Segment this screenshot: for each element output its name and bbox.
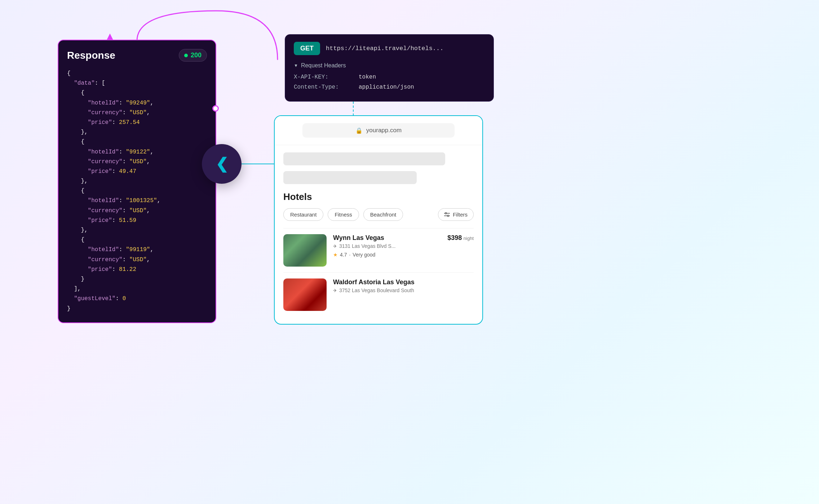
header-row-api-key: X-API-KEY: token <box>294 74 485 80</box>
api-url: https://liteapi.travel/hotels... <box>326 45 443 52</box>
response-card: Response 200 { "data": [ { "hotelId": "9… <box>58 40 216 323</box>
browser-address-bar: 🔒 yourapp.com <box>275 116 482 145</box>
logo-chevron-icon: ❮ <box>216 156 228 171</box>
header-row-content-type: Content-Type: application/json <box>294 84 485 90</box>
header-key-value: token <box>359 74 376 80</box>
lock-icon: 🔒 <box>355 127 363 134</box>
hotel-image-waldorf <box>283 278 327 311</box>
hotel-price-wynn: $398 night <box>441 234 474 242</box>
json-code: { "data": [ { "hotelId": "99249", "curre… <box>67 69 207 314</box>
http-method-badge: GET <box>294 42 320 55</box>
header-content-type-label: Content-Type: <box>294 84 344 90</box>
canvas: Response 200 { "data": [ { "hotelId": "9… <box>0 0 819 504</box>
browser-card: 🔒 yourapp.com Hotels Restaurant Fitness … <box>274 115 483 325</box>
filter-chip-beachfront[interactable]: Beachfront <box>363 208 403 221</box>
hotel-info-waldorf: Waldorf Astoria Las Vegas ✈ 3752 Las Veg… <box>333 278 474 296</box>
hotel-row-waldorf: Waldorf Astoria Las Vegas ✈ 3752 Las Veg… <box>283 272 474 317</box>
hotel-info-wynn: Wynn Las Vegas ✈ 3131 Las Vegas Blvd S..… <box>333 234 435 258</box>
status-badge: 200 <box>179 49 207 62</box>
request-headers-label: ▼ Request Headers <box>294 62 485 69</box>
connection-dot-pink <box>212 105 219 112</box>
sliders-icon <box>444 212 450 217</box>
api-method-row: GET https://liteapi.travel/hotels... <box>294 42 485 55</box>
hotel-address-wynn: ✈ 3131 Las Vegas Blvd S... <box>333 243 435 249</box>
address-text: yourapp.com <box>366 127 402 134</box>
hotel-image-wynn <box>283 234 327 267</box>
header-content-type-value: application/json <box>359 84 414 90</box>
header-key-label: X-API-KEY: <box>294 74 344 80</box>
hotel-name-wynn: Wynn Las Vegas <box>333 234 435 242</box>
hotels-section-title: Hotels <box>283 191 474 202</box>
location-icon: ✈ <box>333 244 337 249</box>
placeholder-bar-1 <box>283 152 445 165</box>
star-icon: ★ <box>333 252 338 258</box>
filter-chip-fitness[interactable]: Fitness <box>328 208 359 221</box>
filter-chip-restaurant[interactable]: Restaurant <box>283 208 323 221</box>
svg-point-8 <box>447 215 449 217</box>
location-icon-2: ✈ <box>333 288 337 293</box>
liteapi-logo: ❮ <box>202 144 242 184</box>
api-request-card: GET https://liteapi.travel/hotels... ▼ R… <box>285 34 494 102</box>
chevron-icon: ▼ <box>294 63 298 68</box>
response-header: Response 200 <box>67 49 207 62</box>
hotel-name-waldorf: Waldorf Astoria Las Vegas <box>333 278 474 286</box>
status-code: 200 <box>191 52 202 59</box>
status-dot <box>184 54 188 57</box>
hotel-row-wynn: Wynn Las Vegas ✈ 3131 Las Vegas Blvd S..… <box>283 228 474 272</box>
response-title: Response <box>67 50 115 61</box>
browser-content: Hotels Restaurant Fitness Beachfront Fil… <box>275 145 482 324</box>
hotel-address-waldorf: ✈ 3752 Las Vegas Boulevard South <box>333 287 474 293</box>
hotel-rating-wynn: ★ 4.7 · Very good <box>333 252 435 258</box>
svg-point-7 <box>445 213 447 214</box>
filters-button[interactable]: Filters <box>438 208 474 221</box>
address-bar-inner: 🔒 yourapp.com <box>302 123 455 138</box>
placeholder-bar-2 <box>283 171 417 184</box>
filter-row: Restaurant Fitness Beachfront Filters <box>283 208 474 221</box>
